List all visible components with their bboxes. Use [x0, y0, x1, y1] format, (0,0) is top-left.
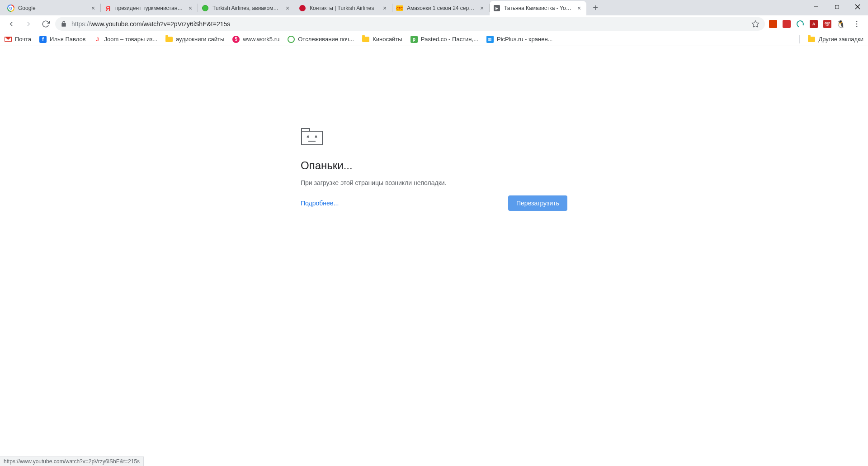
thy-favicon — [299, 5, 306, 12]
bookmark-item[interactable]: Отслеживание поч... — [288, 36, 354, 43]
bookmark-item[interactable]: fИлья Павлов — [39, 36, 85, 43]
bookmark-label: Pasted.co - Пастин,... — [421, 36, 478, 43]
other-bookmarks[interactable]: Другие закладки — [808, 36, 863, 43]
tab-title: Turkish Airlines, авиакомпан — [212, 5, 280, 11]
tab[interactable]: Google × — [4, 1, 100, 15]
back-button[interactable] — [4, 16, 19, 32]
tab-title: Амазонки 1 сезон 24 серия — [407, 5, 475, 11]
sad-tab-interstitial: Опаньки... При загрузке этой страницы во… — [301, 128, 567, 466]
window-controls — [806, 0, 868, 14]
bookmark-label: Joom – товары из... — [104, 36, 158, 43]
error-title: Опаньки... — [301, 159, 567, 172]
turkish-favicon — [202, 5, 209, 12]
tab-title: президент туркменистана – — [115, 5, 183, 11]
tab-title: Контакты | Turkish Airlines — [310, 5, 377, 11]
extensions-area: AABP163🐧 — [767, 19, 847, 29]
svg-point-7 — [856, 26, 858, 27]
tab-strip: Google ×Я президент туркменистана – × Tu… — [0, 0, 868, 15]
bookmark-item[interactable]: 5www.work5.ru — [232, 36, 279, 43]
chrome-menu-button[interactable] — [849, 16, 864, 32]
pic-icon: ▦ — [486, 36, 494, 43]
abp-extension-icon[interactable]: ABP163 — [823, 19, 832, 29]
google-favicon — [7, 5, 14, 12]
svg-rect-9 — [302, 128, 310, 131]
url-text: https://www.youtube.com/watch?v=2pVrzy6i… — [71, 20, 747, 28]
toolbar: https://www.youtube.com/watch?v=2pVrzy6i… — [0, 15, 868, 33]
close-tab-icon[interactable]: × — [187, 5, 194, 12]
w5-icon: 5 — [232, 36, 240, 43]
yandex-favicon: Я — [104, 5, 112, 12]
bookmark-item[interactable]: pPasted.co - Пастин,... — [410, 36, 478, 43]
lock-icon — [61, 21, 67, 27]
svg-rect-1 — [835, 5, 839, 9]
folder-icon — [165, 36, 173, 43]
minimize-button[interactable] — [806, 0, 826, 14]
bookmarks-divider — [799, 35, 800, 43]
close-tab-icon[interactable]: × — [90, 5, 97, 12]
bookmark-label: Отслеживание поч... — [298, 36, 354, 43]
bookmark-label: Почта — [15, 36, 31, 43]
bookmark-item[interactable]: JJoom – товары из... — [94, 36, 158, 43]
reload-page-button[interactable]: Перезагрузить — [508, 195, 567, 211]
bookmark-label: PicPlus.ru - хранен... — [497, 36, 552, 43]
forward-button[interactable] — [21, 16, 36, 32]
bookmark-label: Илья Павлов — [50, 36, 85, 43]
tab[interactable]: Контакты | Turkish Airlines × — [295, 1, 392, 15]
bookmark-item[interactable]: ▦PicPlus.ru - хранен... — [486, 36, 552, 43]
svg-rect-8 — [302, 131, 322, 145]
close-tab-icon[interactable]: × — [478, 5, 486, 12]
maximize-button[interactable] — [826, 0, 847, 14]
mail-icon — [5, 36, 12, 43]
tab[interactable]: СТС Амазонки 1 сезон 24 серия × — [392, 1, 489, 15]
adobe-extension-icon[interactable]: A — [809, 19, 818, 29]
svg-point-6 — [856, 24, 858, 25]
learn-more-link[interactable]: Подробнее... — [301, 200, 339, 207]
reload-button[interactable] — [38, 16, 53, 32]
red-extension-icon[interactable] — [782, 19, 791, 29]
svg-marker-4 — [752, 21, 759, 27]
bookmark-item[interactable]: Киносайты — [362, 36, 402, 43]
bookmark-star-icon[interactable] — [751, 20, 760, 28]
pasted-icon: p — [410, 36, 418, 43]
address-bar[interactable]: https://www.youtube.com/watch?v=2pVrzy6i… — [55, 17, 765, 31]
linux-extension-icon[interactable]: 🐧 — [836, 19, 845, 29]
youtube-favicon: ▶ — [493, 5, 500, 12]
fb-icon: f — [39, 36, 47, 43]
folder-icon — [362, 36, 369, 43]
page-content: Опаньки... При загрузке этой страницы во… — [0, 46, 868, 466]
ctc-favicon: СТС — [396, 5, 403, 12]
bookmark-item[interactable]: Почта — [5, 36, 31, 43]
bookmark-label: аудиокниги сайты — [176, 36, 224, 43]
tab-title: Татьяна Камазистка - YouTu — [504, 5, 572, 11]
other-bookmarks-label: Другие закладки — [818, 36, 863, 43]
close-tab-icon[interactable]: × — [284, 5, 291, 12]
tab[interactable]: ▶ Татьяна Камазистка - YouTu × — [490, 1, 586, 15]
tab[interactable]: Turkish Airlines, авиакомпан × — [198, 1, 295, 15]
bookmark-item[interactable]: аудиокниги сайты — [165, 36, 224, 43]
tab[interactable]: Я президент туркменистана – × — [101, 1, 198, 15]
folder-icon — [808, 36, 815, 43]
teal-extension-icon[interactable] — [796, 19, 805, 29]
svg-point-5 — [856, 21, 858, 22]
bookmark-label: www.work5.ru — [243, 36, 279, 43]
close-tab-icon[interactable]: × — [576, 5, 583, 12]
bookmark-label: Киносайты — [373, 36, 402, 43]
tab-title: Google — [18, 5, 86, 11]
close-window-button[interactable] — [847, 0, 868, 14]
new-tab-button[interactable]: + — [589, 1, 602, 14]
close-tab-icon[interactable]: × — [381, 5, 388, 12]
office-extension-icon[interactable] — [769, 19, 778, 29]
status-bar: https://www.youtube.com/watch?v=2pVrzy6i… — [0, 456, 144, 466]
sad-folder-icon — [301, 128, 323, 146]
error-message: При загрузке этой страницы возникли непо… — [301, 179, 567, 186]
track-icon — [288, 36, 295, 43]
bookmarks-bar: ПочтаfИлья ПавловJJoom – товары из...ауд… — [0, 33, 868, 46]
joom-icon: J — [94, 36, 101, 43]
